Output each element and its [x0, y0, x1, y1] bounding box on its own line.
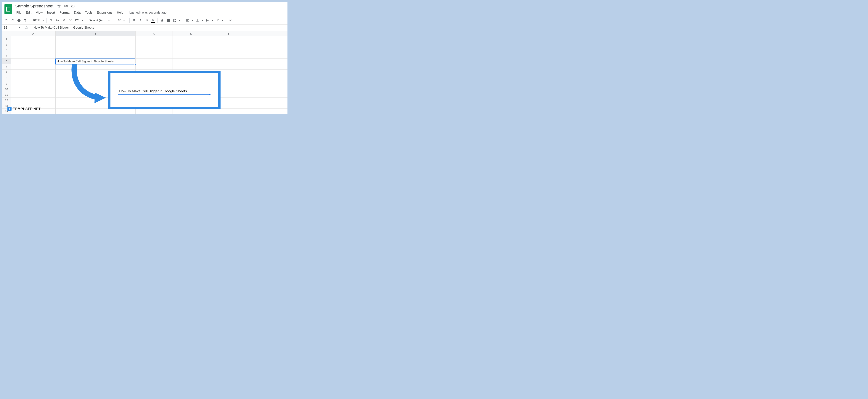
cloud-status-icon[interactable]	[71, 4, 75, 8]
row-header-7[interactable]: 7	[2, 70, 11, 75]
format-percent-button[interactable]: %	[55, 18, 60, 24]
row-header-4[interactable]: 4	[2, 53, 11, 59]
cell[interactable]	[11, 92, 56, 98]
row-header-6[interactable]: 6	[2, 64, 11, 70]
column-header-F[interactable]: F	[247, 31, 284, 36]
cell[interactable]	[247, 64, 284, 70]
cell[interactable]	[284, 47, 288, 53]
column-header-C[interactable]: C	[135, 31, 173, 36]
paint-format-button[interactable]	[22, 18, 28, 24]
cell[interactable]	[247, 109, 284, 114]
cell[interactable]	[247, 98, 284, 103]
cell[interactable]	[11, 64, 56, 70]
document-title[interactable]: Sample Spreadsheet	[14, 3, 54, 9]
cell[interactable]	[11, 75, 56, 81]
vertical-align-dropdown[interactable]	[195, 19, 204, 22]
cell[interactable]	[247, 70, 284, 75]
cell[interactable]	[173, 64, 210, 70]
row-header-11[interactable]: 11	[2, 92, 11, 98]
cell[interactable]	[210, 109, 247, 114]
print-button[interactable]	[16, 18, 22, 24]
cell[interactable]	[210, 53, 247, 59]
row-header-5[interactable]: 5	[2, 59, 11, 64]
cell[interactable]	[56, 53, 135, 59]
cell[interactable]	[173, 42, 210, 47]
cell[interactable]	[247, 42, 284, 47]
column-header-D[interactable]: D	[173, 31, 210, 36]
cell[interactable]	[284, 103, 288, 109]
row-header-2[interactable]: 2	[2, 42, 11, 47]
menu-data[interactable]: Data	[72, 10, 83, 15]
strikethrough-button[interactable]: S	[144, 18, 150, 24]
cell[interactable]	[210, 47, 247, 53]
cell[interactable]	[11, 59, 56, 64]
cell[interactable]	[247, 59, 284, 64]
insert-link-button[interactable]	[227, 18, 234, 24]
italic-button[interactable]: I	[137, 18, 143, 24]
menu-insert[interactable]: Insert	[45, 10, 57, 15]
cell[interactable]	[284, 64, 288, 70]
name-box[interactable]: B5	[2, 25, 22, 31]
decrease-decimal-button[interactable]: .0	[61, 18, 67, 24]
cell[interactable]	[11, 53, 56, 59]
redo-button[interactable]	[10, 18, 16, 24]
cell[interactable]	[56, 64, 135, 70]
cell[interactable]	[247, 75, 284, 81]
cell[interactable]	[11, 98, 56, 103]
row-header-10[interactable]: 10	[2, 87, 11, 92]
cell[interactable]	[284, 98, 288, 103]
cell[interactable]	[56, 109, 135, 114]
text-rotation-dropdown[interactable]	[215, 19, 224, 22]
cell[interactable]	[173, 53, 210, 59]
column-header-A[interactable]: A	[11, 31, 56, 36]
column-header-overflow[interactable]	[284, 31, 288, 36]
cell[interactable]	[135, 109, 173, 114]
cell[interactable]	[284, 92, 288, 98]
menu-file[interactable]: File	[14, 10, 23, 15]
cell[interactable]	[284, 75, 288, 81]
cell[interactable]	[173, 109, 210, 114]
sheets-logo-icon[interactable]	[4, 4, 12, 14]
cell[interactable]	[135, 59, 173, 64]
fill-color-button[interactable]	[159, 18, 165, 24]
row-header-8[interactable]: 8	[2, 75, 11, 81]
text-wrap-dropdown[interactable]	[205, 19, 214, 22]
cell[interactable]	[173, 59, 210, 64]
cell[interactable]	[11, 47, 56, 53]
cell[interactable]	[56, 36, 135, 42]
menu-tools[interactable]: Tools	[83, 10, 94, 15]
undo-button[interactable]	[3, 18, 9, 24]
cell[interactable]	[135, 42, 173, 47]
cell[interactable]	[56, 42, 135, 47]
cell[interactable]	[56, 47, 135, 53]
cell[interactable]	[284, 53, 288, 59]
bold-button[interactable]: B	[131, 18, 137, 24]
row-header-1[interactable]: 1	[2, 36, 11, 42]
column-header-E[interactable]: E	[210, 31, 247, 36]
cell[interactable]	[11, 70, 56, 75]
cell[interactable]	[284, 59, 288, 64]
increase-decimal-button[interactable]: .00	[67, 18, 73, 24]
menu-view[interactable]: View	[34, 10, 44, 15]
cell[interactable]	[210, 42, 247, 47]
cell[interactable]	[247, 36, 284, 42]
cell[interactable]	[284, 36, 288, 42]
cell[interactable]	[135, 53, 173, 59]
select-all-corner[interactable]	[2, 31, 11, 36]
cell[interactable]	[284, 70, 288, 75]
cell[interactable]	[11, 42, 56, 47]
menu-format[interactable]: Format	[58, 10, 71, 15]
spreadsheet-grid[interactable]: A B C D E F 1234567891011121314 How To M…	[2, 31, 287, 114]
cell[interactable]	[247, 92, 284, 98]
cell[interactable]	[247, 47, 284, 53]
cell[interactable]	[135, 36, 173, 42]
format-currency-button[interactable]: $	[48, 18, 54, 24]
cell[interactable]	[210, 36, 247, 42]
move-to-folder-icon[interactable]	[64, 4, 68, 8]
cell[interactable]	[247, 103, 284, 109]
zoom-dropdown[interactable]: 100%	[31, 19, 45, 22]
cell[interactable]	[135, 64, 173, 70]
cell[interactable]	[247, 81, 284, 87]
cell[interactable]	[284, 42, 288, 47]
cell[interactable]	[173, 36, 210, 42]
